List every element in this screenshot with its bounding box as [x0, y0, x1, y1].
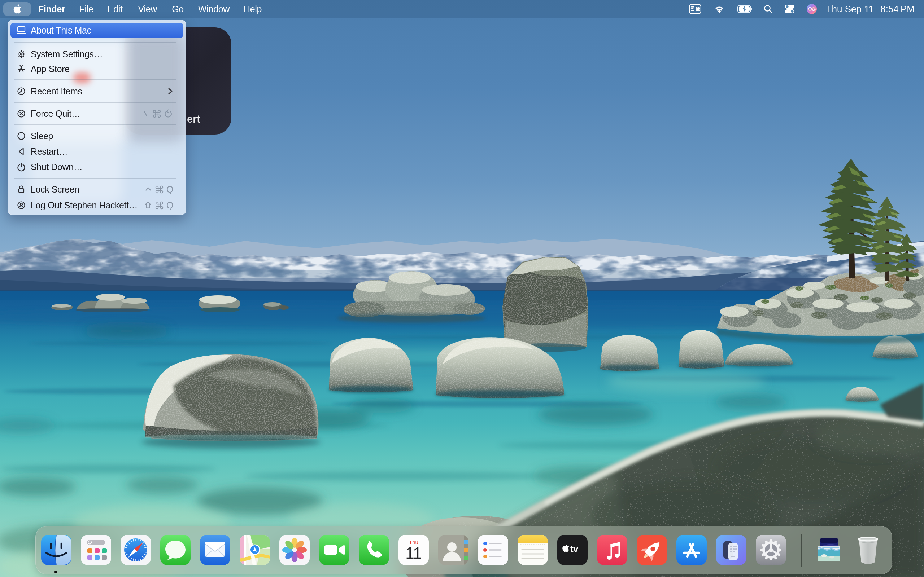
- svg-text:11: 11: [405, 544, 422, 562]
- svg-text:tv: tv: [570, 543, 578, 554]
